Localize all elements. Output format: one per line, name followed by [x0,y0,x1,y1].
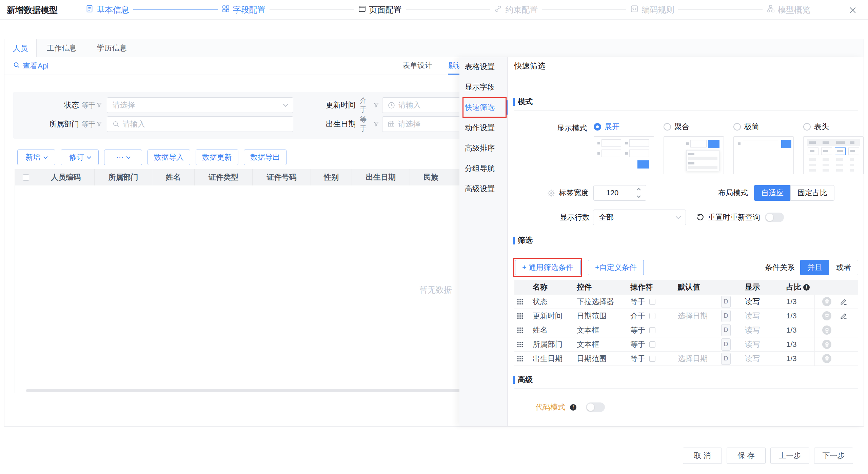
delete-icon[interactable] [822,325,831,335]
filter-operator[interactable]: 介于 [360,96,379,114]
drag-handle-icon[interactable] [514,313,529,319]
column-header[interactable]: 出生日期 [352,169,410,185]
requery-toggle[interactable] [765,213,784,222]
drag-handle-icon[interactable] [514,299,529,305]
mode-option-table-header[interactable]: 表头 [803,122,864,174]
row-count-select[interactable]: 全部 [593,210,686,225]
delete-icon[interactable] [822,354,831,363]
column-header[interactable]: 所属部门 [95,169,152,185]
delete-icon[interactable] [822,311,831,320]
default-tag[interactable]: D [721,353,731,365]
tab-form-design[interactable]: 表单设计 [402,57,433,75]
mode-preview-minimal[interactable] [733,136,794,174]
operator-checkbox[interactable] [649,327,655,333]
column-header[interactable]: 姓名 [152,169,195,185]
chevron-down-icon [126,155,131,159]
column-header[interactable]: 人员编码 [37,169,95,185]
step-model-overview[interactable]: 模型概览 [767,4,810,15]
stepper-down-icon[interactable] [631,193,646,201]
default-tag[interactable]: D [721,310,731,322]
menu-item-action-settings[interactable]: 动作设置 [459,119,507,137]
filter-operator[interactable]: 等于 [82,101,103,110]
more-actions-button[interactable]: ··· [104,150,142,165]
operator-checkbox[interactable] [649,356,655,362]
tab-education-info[interactable]: 学历信息 [87,39,137,57]
operator-checkbox[interactable] [649,313,655,319]
stepper-up-icon[interactable] [631,185,646,193]
operator-checkbox[interactable] [649,341,655,348]
tab-personnel[interactable]: 人员 [4,39,37,57]
edit-pencil-icon[interactable] [840,312,848,320]
view-settings-panel: 表格设置 显示字段 快速筛选 动作设置 高级排序 分组导航 高级设置 快速筛选 [459,57,864,426]
close-icon[interactable] [848,6,857,15]
radio-aggregate[interactable] [664,123,671,131]
prev-step-button[interactable]: 上一步 [770,448,809,464]
step-connector [270,9,354,10]
view-api-link[interactable]: 查看Api [13,61,48,71]
drag-handle-icon[interactable] [514,327,529,333]
menu-item-quick-filter[interactable]: 快速筛选 [459,99,507,116]
column-header[interactable]: 证件号码 [253,169,311,185]
default-tag[interactable]: D [721,296,731,308]
drag-handle-icon[interactable] [514,356,529,362]
layout-fixed-ratio-button[interactable]: 固定占比 [790,185,834,201]
status-select[interactable] [107,97,293,113]
label-width-stepper [593,185,646,201]
save-button[interactable]: 保 存 [727,448,766,464]
add-common-filter-button[interactable]: + 通用筛选条件 [515,260,580,275]
filter-operator[interactable]: 等于 [360,115,379,133]
delete-icon[interactable] [822,340,831,349]
step-constraint-config[interactable]: 约束配置 [494,4,538,15]
tab-work-info[interactable]: 工作信息 [37,39,87,57]
radio-table-header[interactable] [803,123,811,131]
step-page-config[interactable]: 页面配置 [358,4,402,15]
menu-item-table-settings[interactable]: 表格设置 [459,58,507,76]
radio-minimal[interactable] [733,123,741,131]
default-tag[interactable]: D [721,324,731,336]
funnel-icon [374,101,379,109]
revise-button[interactable]: 修订 [61,150,99,165]
step-encoding-rules[interactable]: 编码规则 [630,4,674,15]
layout-adaptive-button[interactable]: 自适应 [754,185,790,201]
cancel-button[interactable]: 取 消 [683,448,722,464]
chevron-down-icon [87,155,91,159]
info-icon[interactable] [803,284,810,291]
column-header[interactable]: 民族 [410,169,452,185]
step-basic-info[interactable]: 基本信息 [85,4,129,15]
column-header[interactable]: 性别 [311,169,352,185]
mode-preview-aggregate[interactable] [664,136,724,174]
label-width-input[interactable] [594,185,631,200]
mode-preview-expand[interactable] [594,136,654,174]
menu-item-group-nav[interactable]: 分组导航 [459,160,507,177]
filter-operator[interactable]: 等于 [82,120,103,129]
default-tag[interactable]: D [721,338,731,351]
code-mode-toggle[interactable] [586,402,605,412]
info-icon[interactable] [570,404,576,411]
data-export-button[interactable]: 数据导出 [244,150,287,165]
select-all-checkbox[interactable] [23,174,29,181]
drag-handle-icon[interactable] [514,341,529,348]
radio-expand[interactable] [594,123,601,131]
data-import-button[interactable]: 数据导入 [147,150,190,165]
menu-item-advanced-settings[interactable]: 高级设置 [459,180,507,198]
menu-item-display-fields[interactable]: 显示字段 [459,78,507,96]
mode-option-minimal[interactable]: 极简 [733,122,803,174]
add-custom-condition-button[interactable]: +自定义条件 [588,260,644,275]
add-button[interactable]: 新增 [17,150,55,165]
relation-segmented: 并且 或者 [800,260,858,275]
step-field-config[interactable]: 字段配置 [222,4,265,15]
data-update-button[interactable]: 数据更新 [196,150,238,165]
relation-or-button[interactable]: 或者 [829,260,858,275]
chevron-down-icon [283,102,289,107]
operator-checkbox[interactable] [649,299,655,305]
mode-preview-table-header[interactable] [803,136,864,174]
delete-icon[interactable] [822,297,831,306]
column-header[interactable]: 证件类型 [195,169,253,185]
next-step-button[interactable]: 下一步 [814,448,853,464]
menu-item-advanced-sort[interactable]: 高级排序 [459,139,507,157]
mode-option-aggregate[interactable]: 聚合 [664,122,733,174]
department-search-input[interactable] [107,116,293,132]
edit-pencil-icon[interactable] [840,298,848,306]
relation-and-button[interactable]: 并且 [800,260,829,275]
mode-option-expand[interactable]: 展开 [594,122,664,174]
